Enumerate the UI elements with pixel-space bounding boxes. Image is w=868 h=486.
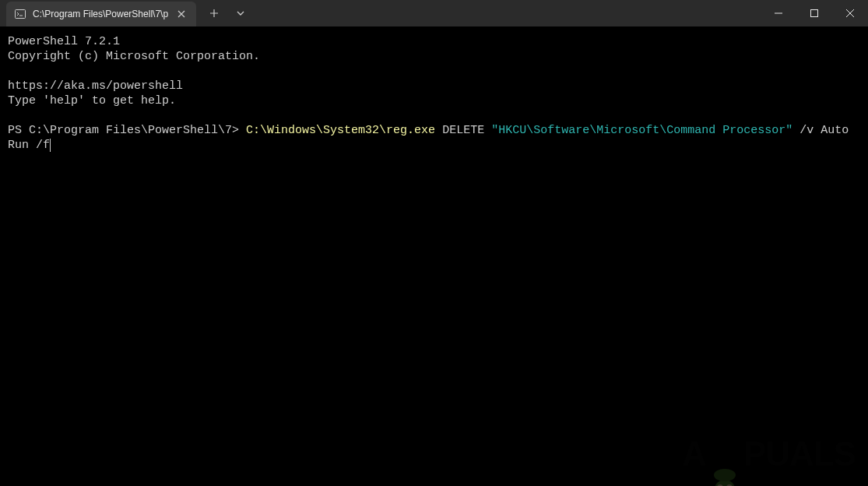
new-tab-button[interactable] <box>201 1 227 26</box>
help-hint: Type 'help' to get help. <box>8 94 176 107</box>
command-verb: DELETE <box>435 124 491 137</box>
tab-active[interactable]: C:\Program Files\PowerShell\7\p <box>6 2 196 26</box>
prompt-prefix: PS <box>8 124 29 137</box>
tab-dropdown-button[interactable] <box>227 1 254 26</box>
command-args: /v Auto <box>792 124 849 137</box>
watermark: A PUALS <box>682 436 856 470</box>
close-icon <box>846 9 854 17</box>
titlebar: C:\Program Files\PowerShell\7\p <box>0 0 868 26</box>
window-controls <box>761 0 868 26</box>
command-regkey: "HKCU\Software\Microsoft\Command Process… <box>491 124 792 137</box>
terminal-output[interactable]: PowerShell 7.2.1 Copyright (c) Microsoft… <box>0 26 868 486</box>
maximize-button[interactable] <box>796 0 832 26</box>
svg-rect-0 <box>16 10 26 19</box>
watermark-text: PUALS <box>743 446 856 461</box>
prompt-path: C:\Program Files\PowerShell\7 <box>29 124 232 137</box>
command-args-wrap: Run /f <box>8 139 50 152</box>
close-icon <box>177 10 185 18</box>
minimize-icon <box>775 9 782 17</box>
svg-point-2 <box>715 480 735 486</box>
watermark-text: A <box>682 446 706 461</box>
tab-title: C:\Program Files\PowerShell\7\p <box>33 9 168 19</box>
titlebar-drag-area[interactable] <box>254 0 761 26</box>
tab-actions <box>196 0 254 26</box>
prompt-suffix: > <box>232 124 246 137</box>
text-cursor <box>50 139 51 152</box>
svg-rect-1 <box>811 10 818 17</box>
banner-line: PowerShell 7.2.1 <box>8 35 120 48</box>
window-close-button[interactable] <box>832 0 868 26</box>
plus-icon <box>209 9 219 18</box>
maximize-icon <box>810 9 818 17</box>
banner-line: Copyright (c) Microsoft Corporation. <box>8 50 260 63</box>
mascot-icon <box>708 436 742 470</box>
docs-link[interactable]: https://aka.ms/powershell <box>8 79 183 93</box>
minimize-button[interactable] <box>761 0 796 26</box>
terminal-icon <box>14 8 26 20</box>
command-executable: C:\Windows\System32\reg.exe <box>246 124 435 137</box>
svg-point-3 <box>714 469 736 481</box>
tab-close-button[interactable] <box>174 7 188 21</box>
chevron-down-icon <box>237 9 244 17</box>
